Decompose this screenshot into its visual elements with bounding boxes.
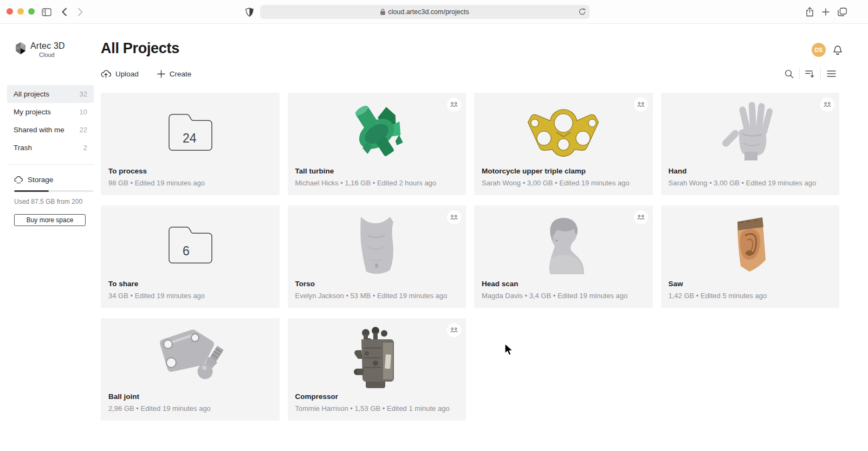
reload-icon[interactable] [579, 8, 586, 18]
sidebar-nav: All projects 32 My projects 10 Shared wi… [0, 85, 101, 157]
page-title: All Projects [101, 40, 868, 57]
project-thumbnail-turbine [288, 93, 467, 167]
storage-progress-bar [14, 190, 93, 192]
buy-more-space-button[interactable]: Buy more space [14, 214, 86, 226]
nav-count: 22 [80, 126, 87, 134]
nav-count: 32 [80, 90, 87, 98]
project-card-ball-joint[interactable]: Ball joint 2,96 GB • Edited 19 minutes a… [101, 318, 280, 421]
shared-users-icon [637, 102, 645, 107]
close-window-button[interactable] [7, 8, 13, 15]
nav-count: 10 [80, 108, 87, 116]
project-meta: Tommie Harrison • 1,53 GB • Edited 1 min… [295, 404, 459, 413]
shared-users-icon [450, 215, 458, 220]
nav-label: Trash [14, 144, 32, 152]
project-card-torso[interactable]: Torso Evelyn Jackson • 53 MB • Edited 19… [288, 205, 467, 308]
shared-users-badge [447, 210, 461, 224]
project-card-tall-turbine[interactable]: Tall turbine Michael Hicks • 1,16 GB • E… [288, 93, 467, 195]
cloud-icon [14, 176, 23, 184]
storage-used-text: Used 87.5 GB from 200 [14, 198, 87, 205]
project-thumbnail-ear [661, 205, 840, 280]
nav-count: 2 [83, 144, 87, 152]
logo-title: Artec 3D [30, 41, 65, 51]
project-card-to-process[interactable]: 24 To process 98 GB • Edited 19 minutes … [101, 93, 280, 195]
main-content: All Projects DS Upload [101, 24, 868, 450]
project-card-head-scan[interactable]: Head scan Magda Davis • 3,4 GB • Edited … [474, 205, 653, 308]
project-meta: 98 GB • Edited 19 minutes ago [108, 179, 272, 187]
new-tab-plus-icon[interactable] [819, 5, 832, 18]
project-title: Tall turbine [295, 167, 459, 175]
folder-icon: 6 [101, 205, 280, 280]
project-thumbnail-hand [661, 93, 840, 167]
project-grid: 24 To process 98 GB • Edited 19 minutes … [101, 93, 839, 421]
list-view-icon[interactable] [823, 70, 839, 78]
shared-users-badge [447, 98, 461, 112]
folder-count: 6 [183, 244, 190, 258]
upload-label: Upload [115, 70, 139, 78]
tab-overview-icon[interactable] [835, 5, 848, 18]
user-avatar[interactable]: DS [812, 43, 826, 57]
storage-progress-fill [14, 190, 49, 192]
sidebar-item-trash[interactable]: Trash 2 [7, 139, 94, 157]
nav-label: All projects [14, 90, 49, 98]
shared-users-icon [824, 102, 831, 107]
back-icon[interactable] [58, 5, 71, 18]
traffic-lights [7, 8, 35, 15]
forward-icon[interactable] [74, 5, 87, 18]
sidebar-item-my-projects[interactable]: My projects 10 [7, 103, 94, 121]
shared-users-badge [447, 323, 461, 337]
sidebar: Artec 3D Cloud All projects 32 My projec… [0, 24, 101, 450]
minimize-window-button[interactable] [17, 8, 24, 15]
project-card-hand[interactable]: Hand Sarah Wong • 3,00 GB • Edited 19 mi… [661, 93, 840, 195]
lock-icon [380, 9, 385, 15]
share-icon[interactable] [803, 5, 816, 18]
project-thumbnail-ball-joint [101, 318, 280, 392]
sidebar-item-shared-with-me[interactable]: Shared with me 22 [7, 121, 94, 139]
project-card-triple-clamp[interactable]: Motorcycle upper triple clamp Sarah Wong… [474, 93, 653, 195]
project-card-saw[interactable]: Saw 1,42 GB • Edited 5 minutes ago [661, 205, 840, 308]
search-icon[interactable] [781, 69, 797, 79]
project-meta: Sarah Wong • 3,00 GB • Edited 19 minutes… [669, 179, 832, 187]
address-bar[interactable]: cloud.artec3d.com/projects [260, 5, 590, 19]
shared-users-badge [820, 98, 834, 112]
sort-icon[interactable] [802, 69, 818, 78]
project-thumbnail-head [474, 205, 653, 280]
project-title: To share [108, 280, 272, 288]
artec-logo: Artec 3D Cloud [14, 41, 101, 58]
logo-subtitle: Cloud [39, 51, 65, 58]
project-card-compressor[interactable]: Compressor Tommie Harrison • 1,53 GB • E… [288, 318, 467, 421]
project-thumbnail-triple-clamp [474, 93, 653, 167]
toolbar: Upload Create [101, 68, 839, 79]
sidebar-divider [7, 164, 94, 165]
project-title: Hand [669, 167, 832, 175]
plus-icon [157, 70, 165, 78]
sidebar-item-all-projects[interactable]: All projects 32 [7, 85, 94, 103]
project-title: Compressor [295, 392, 459, 401]
notifications-bell-icon[interactable] [833, 45, 843, 55]
create-button[interactable]: Create [157, 70, 192, 78]
project-title: Ball joint [108, 392, 272, 401]
project-meta: 34 GB • Edited 19 minutes ago [108, 292, 272, 300]
toolbar-divider [820, 68, 821, 79]
project-meta: 1,42 GB • Edited 5 minutes ago [669, 292, 832, 300]
storage-section: Storage Used 87.5 GB from 200 Buy more s… [14, 176, 87, 226]
shared-users-badge [634, 210, 648, 224]
sidebar-toggle-icon[interactable] [40, 5, 53, 18]
project-meta: 2,96 GB • Edited 19 minutes ago [108, 404, 272, 413]
shared-users-icon [450, 102, 458, 107]
upload-cloud-icon [101, 70, 111, 78]
project-meta: Evelyn Jackson • 53 MB • Edited 19 minut… [295, 292, 459, 300]
project-title: Head scan [482, 280, 645, 288]
privacy-shield-icon[interactable] [243, 5, 256, 18]
create-label: Create [170, 70, 192, 78]
upload-button[interactable]: Upload [101, 70, 139, 78]
storage-label: Storage [28, 176, 53, 184]
artec-logo-icon [14, 42, 27, 55]
zoom-window-button[interactable] [28, 8, 35, 15]
nav-label: Shared with me [14, 126, 64, 134]
project-title: Torso [295, 280, 459, 288]
folder-count: 24 [183, 131, 197, 145]
url-text: cloud.artec3d.com/projects [388, 8, 469, 16]
project-card-to-share[interactable]: 6 To share 34 GB • Edited 19 minutes ago [101, 205, 280, 308]
folder-icon: 24 [101, 93, 280, 167]
project-title: Motorcycle upper triple clamp [482, 167, 645, 175]
